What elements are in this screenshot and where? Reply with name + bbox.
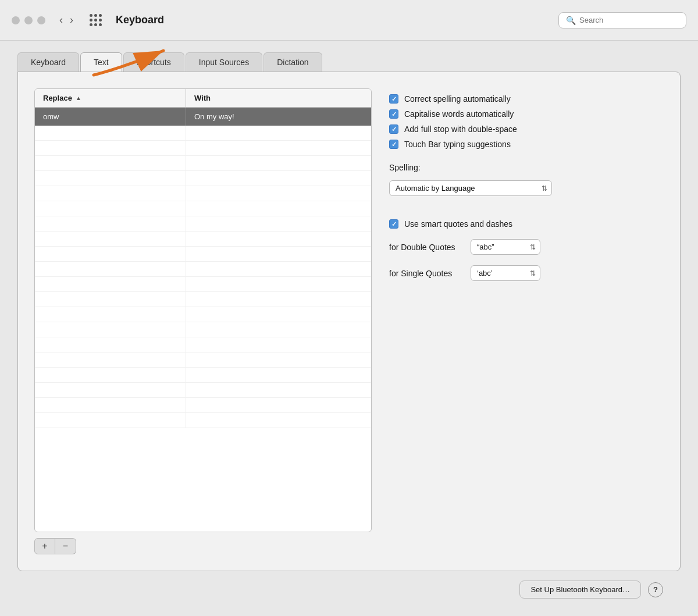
traffic-lights — [12, 16, 45, 24]
table-row[interactable] — [35, 232, 371, 247]
content-row: Replace ▲ With omw On my way! — [34, 88, 664, 554]
table-row[interactable] — [35, 368, 371, 383]
single-quotes-row: for Single Quotes ‘abc’ — [389, 265, 664, 281]
back-button[interactable]: ‹ — [57, 13, 65, 27]
table-row[interactable] — [35, 126, 371, 141]
option-correct-spelling: Correct spelling automatically — [389, 94, 664, 104]
table-row[interactable] — [35, 307, 371, 322]
single-quotes-select[interactable]: ‘abc’ — [471, 265, 540, 281]
checkbox-capitalise-words[interactable] — [389, 109, 398, 119]
table-row[interactable] — [35, 216, 371, 232]
spelling-label: Spelling: — [389, 163, 664, 172]
search-icon: 🔍 — [566, 16, 576, 25]
table-row[interactable] — [35, 171, 371, 186]
checkbox-smart-quotes[interactable] — [389, 219, 398, 229]
search-input[interactable] — [579, 16, 672, 24]
table-row[interactable] — [35, 292, 371, 307]
help-button[interactable]: ? — [648, 582, 663, 597]
sort-icon: ▲ — [76, 95, 81, 101]
tab-input-sources[interactable]: Input Sources — [186, 52, 262, 72]
table-row[interactable] — [35, 398, 371, 413]
double-quotes-label: for Double Quotes — [389, 243, 465, 252]
main-content: Keyboard Text Shortcuts Input Sources Di… — [0, 41, 698, 616]
tab-bar: Keyboard Text Shortcuts Input Sources Di… — [17, 52, 681, 72]
bottom-bar: Set Up Bluetooth Keyboard… ? — [17, 571, 681, 604]
table-row[interactable] — [35, 352, 371, 368]
double-quotes-row: for Double Quotes “abc” — [389, 239, 664, 255]
option-capitalise-words: Capitalise words automatically — [389, 109, 664, 119]
add-row-button[interactable]: + — [34, 538, 55, 554]
option-smart-quotes: Use smart quotes and dashes — [389, 219, 664, 229]
spelling-select-row: Automatic by Language — [389, 180, 664, 196]
table-footer: + − — [34, 538, 372, 554]
smart-quotes-label: Use smart quotes and dashes — [404, 219, 512, 229]
single-quotes-select-wrapper: ‘abc’ — [471, 265, 540, 281]
options-section: Correct spelling automatically Capitalis… — [389, 88, 664, 554]
forward-button[interactable]: › — [67, 13, 76, 27]
table-row[interactable] — [35, 262, 371, 277]
table-row[interactable] — [35, 383, 371, 398]
capitalise-words-label: Capitalise words automatically — [404, 109, 514, 119]
app-grid-icon[interactable] — [90, 14, 102, 26]
panel: Replace ▲ With omw On my way! — [17, 72, 681, 571]
table-row[interactable] — [35, 201, 371, 216]
checkbox-touch-bar[interactable] — [389, 140, 398, 149]
zoom-button[interactable] — [37, 16, 45, 24]
option-touch-bar: Touch Bar typing suggestions — [389, 140, 664, 149]
spelling-select[interactable]: Automatic by Language — [389, 180, 552, 196]
table-row[interactable] — [35, 277, 371, 292]
checkbox-full-stop[interactable] — [389, 124, 398, 134]
search-box[interactable]: 🔍 — [558, 12, 686, 29]
table-row[interactable] — [35, 413, 371, 428]
table-row[interactable] — [35, 156, 371, 171]
table-row[interactable] — [35, 322, 371, 337]
option-full-stop: Add full stop with double-space — [389, 124, 664, 134]
table-row[interactable] — [35, 141, 371, 156]
table-row[interactable] — [35, 186, 371, 201]
single-quotes-label: for Single Quotes — [389, 269, 465, 278]
minimize-button[interactable] — [24, 16, 33, 24]
titlebar: ‹ › Keyboard 🔍 — [0, 0, 698, 41]
table-row-selected[interactable]: omw On my way! — [35, 108, 371, 126]
full-stop-label: Add full stop with double-space — [404, 124, 517, 134]
col-header-with[interactable]: With — [186, 89, 371, 107]
col-header-replace[interactable]: Replace ▲ — [35, 89, 186, 107]
table-section: Replace ▲ With omw On my way! — [34, 88, 372, 554]
cell-with: On my way! — [186, 108, 371, 126]
close-button[interactable] — [12, 16, 20, 24]
double-quotes-select-wrapper: “abc” — [471, 239, 540, 255]
tab-text[interactable]: Text — [80, 52, 122, 72]
touch-bar-label: Touch Bar typing suggestions — [404, 140, 511, 149]
correct-spelling-label: Correct spelling automatically — [404, 94, 511, 104]
table-header: Replace ▲ With — [35, 89, 371, 108]
tab-dictation[interactable]: Dictation — [263, 52, 322, 72]
window-title: Keyboard — [116, 14, 549, 26]
double-quotes-select[interactable]: “abc” — [471, 239, 540, 255]
nav-buttons: ‹ › — [57, 13, 76, 27]
cell-replace: omw — [35, 108, 186, 126]
divider — [389, 202, 664, 210]
text-table: Replace ▲ With omw On my way! — [34, 88, 372, 532]
remove-row-button[interactable]: − — [55, 538, 76, 554]
table-row[interactable] — [35, 337, 371, 352]
spelling-select-wrapper: Automatic by Language — [389, 180, 552, 196]
table-row[interactable] — [35, 247, 371, 262]
tab-shortcuts[interactable]: Shortcuts — [123, 52, 184, 72]
checkbox-correct-spelling[interactable] — [389, 94, 398, 104]
setup-bluetooth-button[interactable]: Set Up Bluetooth Keyboard… — [519, 581, 641, 599]
tab-keyboard[interactable]: Keyboard — [17, 52, 79, 72]
